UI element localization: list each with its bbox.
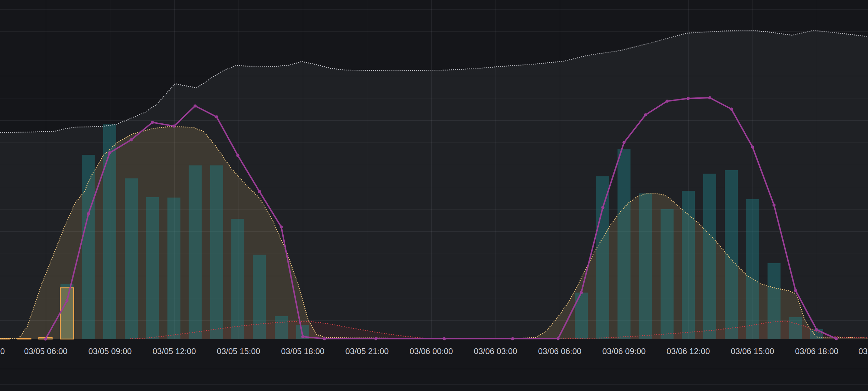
orange-highlight-bars-bar	[60, 288, 74, 339]
x-axis-label: 03/06 06:00	[538, 347, 582, 356]
teal-bars-bar	[703, 174, 716, 339]
magenta-primary-line-marker	[130, 138, 133, 141]
x-axis-label: 03/06 12:00	[667, 347, 710, 356]
x-axis-label: 03/05 15:00	[217, 347, 260, 356]
magenta-primary-line-marker	[108, 151, 111, 154]
x-axis-label: 03/05 12:00	[153, 347, 196, 356]
magenta-primary-line-marker	[87, 212, 90, 215]
magenta-primary-line-marker	[644, 113, 647, 116]
teal-bars-bar	[167, 198, 180, 339]
chart-canvas[interactable]: 003/05 06:0003/05 09:0003/05 12:0003/05 …	[0, 0, 868, 391]
magenta-primary-line-marker	[580, 291, 583, 294]
teal-bars-bar	[768, 263, 781, 339]
magenta-primary-line-marker	[772, 203, 775, 206]
magenta-primary-line-marker	[323, 337, 326, 340]
magenta-primary-line-marker	[44, 337, 47, 340]
magenta-primary-line-marker	[511, 337, 514, 340]
magenta-primary-line-marker	[215, 115, 218, 118]
teal-bars-bar	[189, 165, 202, 339]
teal-bars-bar	[275, 316, 288, 339]
x-axis-label: 03/06 09:00	[602, 347, 646, 356]
magenta-primary-line-marker	[236, 154, 239, 157]
teal-bars-bar	[789, 317, 802, 339]
x-axis-label: 03/06 03:00	[474, 347, 517, 356]
magenta-primary-line-marker	[708, 96, 711, 99]
x-axis-label: 03/06 00:00	[410, 347, 453, 356]
dashboard-root: 003/05 06:0003/05 09:0003/05 12:0003/05 …	[0, 0, 868, 391]
magenta-primary-line-marker	[751, 145, 754, 148]
teal-bars-bar	[682, 191, 695, 339]
teal-bars-bar	[82, 155, 95, 339]
teal-bars-bar	[253, 255, 266, 339]
x-axis-label: 03/05 06:00	[24, 347, 68, 356]
x-axis-label: 03/	[858, 347, 868, 356]
magenta-primary-line-marker	[258, 190, 261, 193]
teal-bars-bar	[210, 165, 223, 339]
magenta-primary-line-marker	[622, 141, 625, 144]
teal-bars-bar	[618, 149, 630, 339]
magenta-primary-line-marker	[65, 299, 68, 302]
teal-bars-bar	[575, 293, 588, 339]
magenta-primary-line-marker	[815, 328, 818, 331]
x-axis-label: 03/05 21:00	[345, 347, 389, 356]
magenta-primary-line-marker	[687, 97, 690, 100]
x-axis-label: 03/05 09:00	[89, 347, 132, 356]
orange-highlight-bars-bar	[18, 338, 31, 339]
magenta-primary-line-marker	[556, 337, 559, 340]
magenta-primary-line-marker	[193, 104, 196, 107]
magenta-primary-line-marker	[301, 335, 304, 338]
magenta-primary-line-marker	[374, 337, 377, 340]
x-axis: 003/05 06:0003/05 09:0003/05 12:0003/05 …	[0, 347, 868, 356]
magenta-primary-line-marker	[151, 121, 154, 124]
magenta-primary-line-marker	[601, 206, 604, 209]
timeseries-panel: 003/05 06:0003/05 09:0003/05 12:0003/05 …	[0, 0, 868, 391]
magenta-primary-line-marker	[794, 289, 797, 292]
x-axis-label: 0	[0, 347, 5, 356]
magenta-primary-line-marker	[835, 337, 838, 340]
teal-bars-bar	[125, 178, 138, 339]
teal-bars-bar	[231, 219, 244, 339]
magenta-primary-line-marker	[730, 107, 733, 110]
x-axis-label: 03/06 15:00	[731, 347, 774, 356]
teal-bars-bar	[103, 124, 116, 339]
teal-bars-bar	[746, 199, 759, 339]
teal-bars-bar	[639, 193, 652, 339]
magenta-primary-line-marker	[280, 225, 283, 228]
magenta-primary-line-marker	[443, 337, 446, 340]
x-axis-label: 03/05 18:00	[281, 347, 325, 356]
teal-bars-bar	[661, 209, 674, 339]
magenta-primary-line-marker	[172, 124, 175, 127]
teal-bars-bar	[146, 197, 159, 339]
teal-bars-bar	[596, 176, 609, 339]
x-axis-label: 03/06 18:00	[795, 347, 839, 356]
magenta-primary-line-marker	[665, 99, 668, 103]
